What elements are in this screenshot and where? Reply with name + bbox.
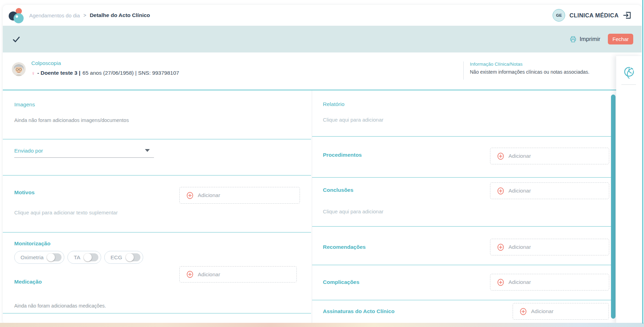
app-header: Agendamentos do dia > Detalhe do Acto Cl…: [3, 5, 642, 26]
section-procedimentos: Procedimentos Adicionar: [312, 137, 613, 178]
section-assinaturas: Assinaturas do Acto Clínico Adicionar: [312, 300, 613, 322]
procedure-title[interactable]: Colposcopia: [31, 60, 179, 66]
vertical-scrollbar[interactable]: [611, 95, 616, 319]
side-panel-divider: [621, 84, 636, 85]
app-logo-icon: [8, 8, 24, 24]
motivos-add-button[interactable]: Adicionar: [179, 187, 300, 204]
patient-details: 65 anos (27/06/1958) | SNS: 993798107: [82, 70, 179, 76]
section-imagens: Imagens Ainda não foram adicionados imag…: [3, 90, 311, 139]
breadcrumb-separator: >: [83, 13, 86, 18]
recomendacoes-add-button[interactable]: Adicionar: [490, 239, 609, 255]
logout-icon[interactable]: [623, 11, 632, 20]
relatorio-title: Relatório: [323, 90, 613, 107]
clinical-act-content: Imagens Ainda não foram adicionados imag…: [3, 90, 642, 324]
plus-circle-icon: [186, 192, 194, 199]
procedimentos-add-button[interactable]: Adicionar: [490, 148, 609, 164]
toggle-knob: [47, 253, 55, 261]
header-user-area: GE CLINICA MÉDICA: [553, 5, 632, 26]
medicacao-empty-message: Ainda não foram adicionadas medicações.: [14, 303, 311, 309]
patient-name: - Doente teste 3 |: [37, 70, 80, 76]
complicacoes-add-label: Adicionar: [508, 279, 531, 285]
section-complicacoes: Complicações Adicionar: [312, 265, 613, 300]
window-edge-accent: [642, 0, 643, 324]
conclusoes-add-button[interactable]: Adicionar: [490, 182, 609, 199]
patient-photo[interactable]: [12, 62, 26, 76]
toggle-ta-switch[interactable]: [84, 253, 98, 261]
recomendacoes-add-label: Adicionar: [508, 244, 531, 250]
toggle-ecg-label: ECG: [111, 254, 122, 261]
enviado-por-select[interactable]: Enviado por: [14, 148, 154, 158]
imagens-title: Imagens: [14, 90, 311, 108]
assinaturas-add-button[interactable]: Adicionar: [513, 303, 609, 320]
imagens-empty-message: Ainda não foram adicionados imagens/docu…: [14, 117, 311, 123]
desktop-background-strip: [0, 323, 644, 327]
action-toolbar: Imprimir Fechar: [3, 26, 642, 52]
toggle-oximetria-switch[interactable]: [47, 253, 62, 261]
procedimentos-add-label: Adicionar: [508, 153, 531, 159]
clock-history-icon[interactable]: [622, 65, 636, 79]
check-icon: [13, 35, 20, 43]
close-button[interactable]: Fechar: [608, 34, 633, 44]
motivos-placeholder[interactable]: Clique aqui para adicionar texto supleme…: [14, 210, 311, 215]
breadcrumb: Agendamentos do dia > Detalhe do Acto Cl…: [29, 5, 150, 26]
toggle-ecg-switch[interactable]: [126, 253, 140, 261]
patient-identity-line: ♀ - Doente teste 3 | 65 anos (27/06/1958…: [31, 70, 179, 76]
plus-circle-icon: [497, 187, 504, 195]
assinaturas-add-label: Adicionar: [531, 308, 554, 314]
page-title: Detalhe do Acto Clínico: [90, 12, 150, 18]
section-monitorizacao: Monitorização Oximetria TA ECG Me: [3, 232, 311, 313]
clinical-info-block: Informação Clínica/Notas Não existem inf…: [463, 62, 589, 80]
monitoring-toggles: Oximetria TA ECG: [14, 251, 311, 264]
monitorizacao-title: Monitorização: [14, 232, 311, 247]
plus-circle-icon: [497, 279, 504, 286]
section-motivos: Motivos Adicionar Clique aqui para adici…: [3, 175, 311, 232]
plus-circle-icon: [497, 244, 504, 251]
toggle-oximetria-label: Oximetria: [21, 254, 43, 261]
breadcrumb-parent[interactable]: Agendamentos do dia: [29, 13, 80, 18]
clinical-info-title[interactable]: Informação Clínica/Notas: [470, 62, 589, 67]
patient-bar: Colposcopia ♀ - Doente teste 3 | 65 anos…: [3, 52, 642, 90]
conclusoes-add-label: Adicionar: [508, 188, 531, 194]
app-window: Agendamentos do dia > Detalhe do Acto Cl…: [3, 5, 642, 324]
right-side-panel: [616, 56, 642, 324]
section-enviado-por: Enviado por: [3, 148, 311, 175]
conclusoes-placeholder[interactable]: Clique aqui para adicionar: [323, 209, 613, 214]
section-relatorio: Relatório Clique aqui para adicionar: [312, 90, 613, 137]
print-button[interactable]: Imprimir: [569, 35, 601, 43]
clinic-name: CLINICA MÉDICA: [569, 12, 619, 19]
plus-circle-icon: [520, 308, 527, 315]
toggle-ta-label: TA: [74, 254, 80, 261]
print-label: Imprimir: [580, 36, 601, 42]
enviado-por-label: Enviado por: [14, 148, 43, 154]
clinical-info-empty-message: Não existem informações clínicas ou nota…: [470, 69, 589, 75]
motivos-add-label: Adicionar: [198, 192, 220, 198]
medicacao-add-label: Adicionar: [198, 271, 220, 278]
logo-circle-teal: [14, 13, 24, 23]
left-column: Imagens Ainda não foram adicionados imag…: [3, 90, 311, 324]
toggle-ecg[interactable]: ECG: [104, 251, 143, 264]
patient-summary: Colposcopia ♀ - Doente teste 3 | 65 anos…: [31, 60, 179, 76]
right-column: Relatório Clique aqui para adicionar Pro…: [312, 90, 613, 324]
printer-icon: [569, 35, 577, 43]
section-conclusoes: Conclusões Adicionar Clique aqui para ad…: [312, 178, 613, 227]
user-avatar[interactable]: GE: [553, 9, 565, 22]
toggle-oximetria[interactable]: Oximetria: [14, 251, 64, 264]
toggle-ta[interactable]: TA: [67, 251, 101, 264]
medicacao-add-button[interactable]: Adicionar: [179, 266, 297, 283]
logo-circle-dot: [16, 15, 18, 18]
plus-circle-icon: [186, 271, 194, 278]
complicacoes-add-button[interactable]: Adicionar: [490, 274, 609, 291]
toggle-knob: [84, 253, 92, 261]
caret-down-icon: [145, 149, 150, 152]
plus-circle-icon: [497, 153, 504, 160]
relatorio-placeholder[interactable]: Clique aqui para adicionar: [323, 117, 613, 123]
toolbar-right-group: Imprimir Fechar: [569, 26, 633, 52]
section-recomendacoes: Recomendações Adicionar: [312, 227, 613, 265]
toggle-knob: [126, 253, 134, 261]
female-icon: ♀: [31, 70, 35, 76]
